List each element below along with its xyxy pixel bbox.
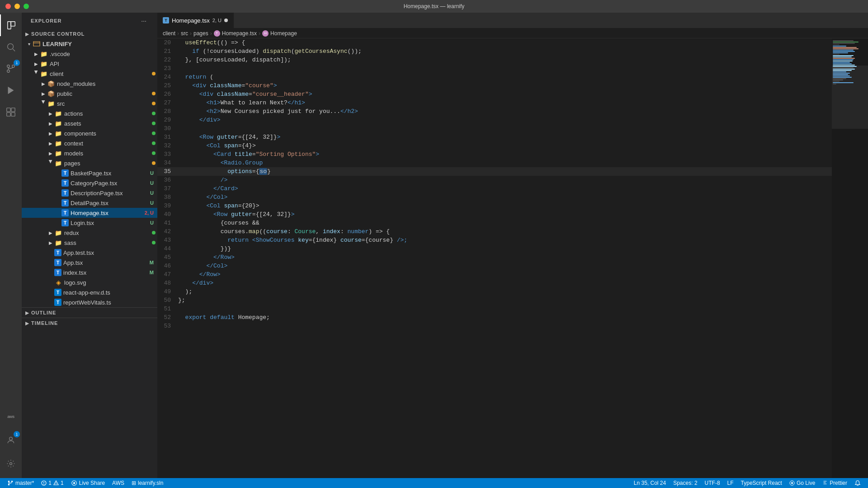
tree-item-learnify[interactable]: ▾ LEARNIFY xyxy=(22,39,157,49)
status-aws[interactable]: AWS xyxy=(108,478,128,488)
code-line-36: 36 /> xyxy=(157,176,832,184)
tab-homepage[interactable]: T Homepage.tsx 2, U xyxy=(157,13,234,28)
svg-rect-1 xyxy=(11,22,15,26)
sidebar-content: ▶ SOURCE CONTROL ▾ LEARNIFY ▶ 📁 .vscode xyxy=(22,29,157,478)
status-go-live[interactable]: Go Live xyxy=(786,478,819,488)
svg-rect-10 xyxy=(11,108,15,112)
tree-item-node-modules[interactable]: ▶ 📦 node_modules xyxy=(22,79,157,89)
activity-item-search[interactable] xyxy=(0,36,22,58)
line-content-48: </div> xyxy=(176,279,832,287)
svg-point-23 xyxy=(56,484,56,484)
index-tsx-label: index.tsx xyxy=(63,269,148,276)
tree-item-api[interactable]: ▶ 📁 API xyxy=(22,59,157,69)
svg-point-6 xyxy=(12,65,15,68)
sass-label: sass xyxy=(64,239,152,246)
tree-item-vscode[interactable]: ▶ 📁 .vscode xyxy=(22,49,157,59)
svg-rect-12 xyxy=(11,113,15,116)
activity-item-extensions[interactable] xyxy=(0,101,22,123)
status-line-col[interactable]: Ln 35, Col 24 xyxy=(630,478,670,488)
tree-item-src[interactable]: ▶ 📁 src xyxy=(22,99,157,108)
breadcrumb-homepage-component[interactable]: Homepage xyxy=(270,30,297,37)
code-line-21: 21 if (!coursesLoaded) dispatch(getCours… xyxy=(157,47,832,56)
line-num-28: 28 xyxy=(157,107,176,116)
tree-item-login[interactable]: ▶ T Login.tsx U xyxy=(22,218,157,228)
tree-item-actions[interactable]: ▶ 📁 actions xyxy=(22,108,157,118)
activity-item-settings[interactable] xyxy=(0,453,22,474)
status-line-ending[interactable]: LF xyxy=(724,478,737,488)
tree-item-client[interactable]: ▶ 📁 client xyxy=(22,69,157,79)
breadcrumb-src[interactable]: src xyxy=(181,30,188,37)
source-control-section[interactable]: ▶ SOURCE CONTROL xyxy=(22,29,157,39)
client-label: client xyxy=(50,70,152,77)
source-control-badge: 1 xyxy=(14,60,20,66)
status-language[interactable]: TypeScript React xyxy=(737,478,786,488)
editor-content[interactable]: 20 useEffect(() => { 21 if (!coursesLoad… xyxy=(157,38,832,478)
window-controls xyxy=(5,4,29,9)
status-notification[interactable] xyxy=(851,478,864,488)
basket-page-icon: T xyxy=(61,169,69,177)
editor-main: 20 useEffect(() => { 21 if (!coursesLoad… xyxy=(157,38,868,478)
assets-icon: 📁 xyxy=(54,119,62,127)
tree-item-detail-page[interactable]: ▶ T DetailPage.tsx U xyxy=(22,198,157,208)
minimize-button[interactable] xyxy=(14,4,20,9)
public-label: public xyxy=(57,90,152,97)
breadcrumb-client[interactable]: client xyxy=(163,30,175,37)
line-num-46: 46 xyxy=(157,262,176,270)
status-spaces[interactable]: Spaces: 2 xyxy=(670,478,701,488)
solution-icon: ⊞ xyxy=(132,480,136,486)
tree-item-category-page[interactable]: ▶ T CategoryPage.tsx U xyxy=(22,178,157,188)
timeline-header[interactable]: ▶ TIMELINE xyxy=(22,318,157,328)
status-encoding[interactable]: UTF-8 xyxy=(701,478,724,488)
tree-item-logo-svg[interactable]: ▶ ◈ logo.svg xyxy=(22,277,157,287)
tree-item-redux[interactable]: ▶ 📁 redux xyxy=(22,228,157,238)
tree-item-context[interactable]: ▶ 📁 context xyxy=(22,138,157,148)
tree-item-react-app-env[interactable]: ▶ T react-app-env.d.ts xyxy=(22,287,157,297)
line-num-40: 40 xyxy=(157,210,176,219)
activity-item-explorer[interactable] xyxy=(0,14,22,36)
status-errors[interactable]: 1 1 xyxy=(38,478,67,488)
actions-chevron: ▶ xyxy=(47,111,54,116)
sidebar-more-btn[interactable]: ··· xyxy=(139,16,148,25)
line-num-32: 32 xyxy=(157,141,176,150)
tab-icon: T xyxy=(163,17,169,23)
breadcrumb-pages[interactable]: pages xyxy=(193,30,208,37)
tree-item-sass[interactable]: ▶ 📁 sass xyxy=(22,238,157,248)
svg-marker-8 xyxy=(8,87,14,94)
vscode-label: .vscode xyxy=(50,51,157,57)
close-button[interactable] xyxy=(5,4,11,9)
sidebar-header-actions: ··· xyxy=(139,16,148,25)
login-icon: T xyxy=(61,219,69,226)
branch-name: master* xyxy=(15,480,34,486)
line-num-48: 48 xyxy=(157,279,176,287)
svg-point-14 xyxy=(10,463,12,465)
tree-item-public[interactable]: ▶ 📦 public xyxy=(22,89,157,99)
tree-item-basket-page[interactable]: ▶ T BasketPage.tsx U xyxy=(22,168,157,178)
activity-item-aws[interactable]: aws xyxy=(0,406,22,427)
tree-item-app-test[interactable]: ▶ T App.test.tsx xyxy=(22,248,157,258)
line-content-43: return <ShowCourses key={index} course={… xyxy=(176,236,832,244)
activity-item-source-control[interactable]: 1 xyxy=(0,58,22,80)
status-live-share[interactable]: Live Share xyxy=(67,478,108,488)
activity-item-account[interactable]: 1 xyxy=(0,429,22,451)
tree-item-app-tsx[interactable]: ▶ T App.tsx M xyxy=(22,258,157,267)
tree-item-components[interactable]: ▶ 📁 components xyxy=(22,128,157,138)
tree-item-models[interactable]: ▶ 📁 models xyxy=(22,148,157,158)
breadcrumb-homepage-file[interactable]: Homepage.tsx xyxy=(222,30,257,37)
status-solution[interactable]: ⊞ learnify.sln xyxy=(128,478,167,488)
maximize-button[interactable] xyxy=(24,4,29,9)
status-prettier[interactable]: Prettier xyxy=(819,478,851,488)
line-num-51: 51 xyxy=(157,305,176,313)
tree-item-index-tsx[interactable]: ▶ T index.tsx M xyxy=(22,267,157,277)
minimap[interactable] xyxy=(832,38,868,478)
timeline-section: ▶ TIMELINE xyxy=(22,318,157,328)
tree-item-description-page[interactable]: ▶ T DescriptionPage.tsx U xyxy=(22,188,157,198)
tree-item-pages[interactable]: ▶ 📁 pages xyxy=(22,158,157,168)
line-content-40: <Row gutter={[24, 32]}> xyxy=(176,210,832,219)
tree-item-homepage[interactable]: ▶ T Homepage.tsx 2, U xyxy=(22,208,157,218)
code-line-48: 48 </div> xyxy=(157,279,832,287)
status-branch[interactable]: master* xyxy=(4,478,38,488)
tree-item-report-web[interactable]: ▶ T reportWebVitals.ts xyxy=(22,297,157,307)
tree-item-assets[interactable]: ▶ 📁 assets xyxy=(22,118,157,128)
activity-item-run-debug[interactable] xyxy=(0,80,22,101)
outline-header[interactable]: ▶ OUTLINE xyxy=(22,308,157,318)
